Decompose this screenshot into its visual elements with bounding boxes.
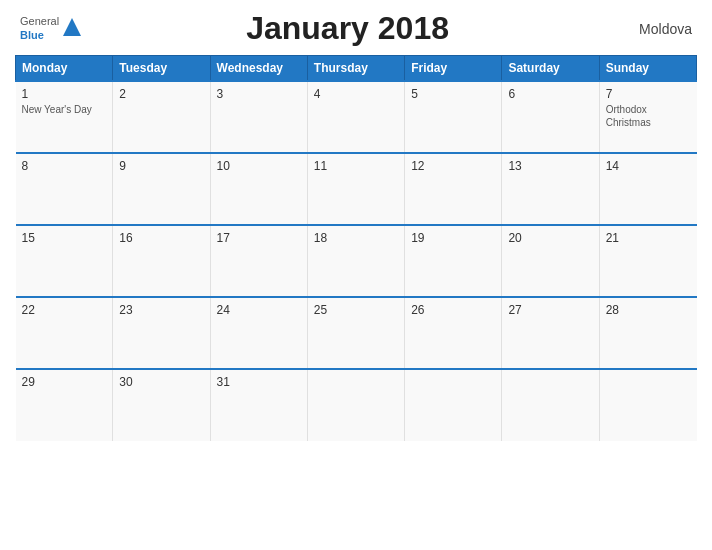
day-number: 10	[217, 159, 301, 173]
day-number: 27	[508, 303, 592, 317]
header-sunday: Sunday	[599, 56, 696, 82]
logo: General Blue	[20, 15, 83, 41]
day-number: 16	[119, 231, 203, 245]
day-number: 4	[314, 87, 398, 101]
day-number: 21	[606, 231, 691, 245]
header-tuesday: Tuesday	[113, 56, 210, 82]
logo-blue-text: Blue	[20, 29, 59, 42]
calendar-cell: 1New Year's Day	[16, 81, 113, 153]
day-number: 11	[314, 159, 398, 173]
calendar-cell: 26	[405, 297, 502, 369]
country-label: Moldova	[612, 21, 692, 37]
calendar-cell: 13	[502, 153, 599, 225]
day-number: 14	[606, 159, 691, 173]
calendar-cell: 25	[307, 297, 404, 369]
week-row-4: 22232425262728	[16, 297, 697, 369]
calendar-cell: 31	[210, 369, 307, 441]
day-number: 25	[314, 303, 398, 317]
calendar-cell: 6	[502, 81, 599, 153]
day-number: 31	[217, 375, 301, 389]
day-number: 8	[22, 159, 107, 173]
calendar-cell: 4	[307, 81, 404, 153]
logo-general-text: General	[20, 15, 59, 28]
holiday-label: New Year's Day	[22, 103, 107, 116]
day-number: 2	[119, 87, 203, 101]
calendar-cell: 21	[599, 225, 696, 297]
day-number: 24	[217, 303, 301, 317]
day-number: 7	[606, 87, 691, 101]
day-number: 30	[119, 375, 203, 389]
calendar-page: General Blue January 2018 Moldova Monday…	[0, 0, 712, 550]
header-wednesday: Wednesday	[210, 56, 307, 82]
calendar-cell	[307, 369, 404, 441]
week-row-3: 15161718192021	[16, 225, 697, 297]
calendar-cell: 20	[502, 225, 599, 297]
calendar-cell: 28	[599, 297, 696, 369]
header-friday: Friday	[405, 56, 502, 82]
calendar-cell: 24	[210, 297, 307, 369]
calendar-cell: 7Orthodox Christmas	[599, 81, 696, 153]
holiday-label: Orthodox Christmas	[606, 103, 691, 129]
calendar-cell: 29	[16, 369, 113, 441]
calendar-cell: 17	[210, 225, 307, 297]
week-row-5: 293031	[16, 369, 697, 441]
day-number: 19	[411, 231, 495, 245]
calendar-cell: 16	[113, 225, 210, 297]
day-number: 3	[217, 87, 301, 101]
day-number: 9	[119, 159, 203, 173]
calendar-cell	[405, 369, 502, 441]
header-monday: Monday	[16, 56, 113, 82]
day-number: 12	[411, 159, 495, 173]
calendar-cell: 22	[16, 297, 113, 369]
day-number: 5	[411, 87, 495, 101]
calendar-cell: 3	[210, 81, 307, 153]
calendar-cell: 23	[113, 297, 210, 369]
calendar-header: General Blue January 2018 Moldova	[15, 10, 697, 47]
day-number: 6	[508, 87, 592, 101]
svg-marker-0	[63, 18, 81, 36]
calendar-cell: 5	[405, 81, 502, 153]
day-number: 18	[314, 231, 398, 245]
header-saturday: Saturday	[502, 56, 599, 82]
calendar-cell: 11	[307, 153, 404, 225]
calendar-cell: 19	[405, 225, 502, 297]
day-number: 22	[22, 303, 107, 317]
week-row-2: 891011121314	[16, 153, 697, 225]
day-number: 15	[22, 231, 107, 245]
day-number: 17	[217, 231, 301, 245]
week-row-1: 1New Year's Day234567Orthodox Christmas	[16, 81, 697, 153]
calendar-cell: 27	[502, 297, 599, 369]
day-number: 13	[508, 159, 592, 173]
calendar-cell: 2	[113, 81, 210, 153]
day-number: 28	[606, 303, 691, 317]
day-number: 26	[411, 303, 495, 317]
day-number: 1	[22, 87, 107, 101]
weekday-header-row: Monday Tuesday Wednesday Thursday Friday…	[16, 56, 697, 82]
day-number: 23	[119, 303, 203, 317]
header-thursday: Thursday	[307, 56, 404, 82]
calendar-cell: 30	[113, 369, 210, 441]
day-number: 20	[508, 231, 592, 245]
calendar-title: January 2018	[83, 10, 612, 47]
calendar-cell: 8	[16, 153, 113, 225]
calendar-cell: 15	[16, 225, 113, 297]
calendar-cell	[599, 369, 696, 441]
logo-icon	[61, 16, 83, 38]
calendar-cell	[502, 369, 599, 441]
calendar-cell: 9	[113, 153, 210, 225]
calendar-cell: 10	[210, 153, 307, 225]
day-number: 29	[22, 375, 107, 389]
calendar-cell: 18	[307, 225, 404, 297]
calendar-cell: 14	[599, 153, 696, 225]
calendar-cell: 12	[405, 153, 502, 225]
calendar-table: Monday Tuesday Wednesday Thursday Friday…	[15, 55, 697, 441]
